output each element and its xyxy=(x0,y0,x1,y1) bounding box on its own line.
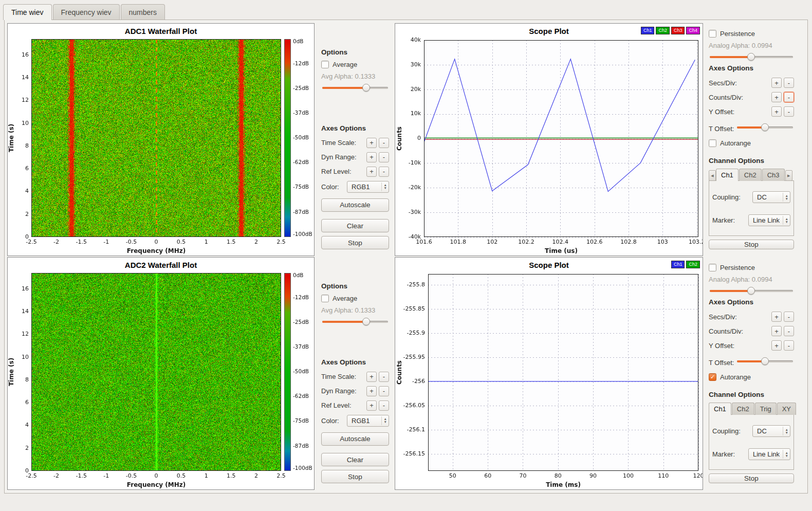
counts-div-minus-button[interactable]: - xyxy=(784,326,794,336)
dyn-range-plus-button[interactable]: + xyxy=(366,386,377,396)
scope1-canvas[interactable] xyxy=(395,36,703,256)
dyn-range-minus-button[interactable]: - xyxy=(379,152,389,162)
slider-thumb[interactable] xyxy=(362,84,370,92)
y-offset-minus-button[interactable]: - xyxy=(784,106,794,117)
ref-level-minus-button[interactable]: - xyxy=(379,400,389,411)
legend-chip-ch4[interactable]: Ch4 xyxy=(686,27,700,34)
autorange-label: Autorange xyxy=(720,139,751,147)
dyn-range-minus-button[interactable]: - xyxy=(379,386,389,396)
channel-tab-ch2[interactable]: Ch2 xyxy=(732,403,754,415)
channel-tabs-right-arrow-icon[interactable]: ▶ xyxy=(785,170,792,181)
autoscale-button[interactable]: Autoscale xyxy=(321,432,389,446)
slider-thumb[interactable] xyxy=(761,123,769,131)
analog-alpha-slider[interactable] xyxy=(710,53,793,59)
clear-button[interactable]: Clear xyxy=(321,219,389,232)
time-scale-minus-button[interactable]: - xyxy=(379,372,389,382)
persistence-checkbox[interactable]: Persistence xyxy=(709,264,794,271)
stop-button[interactable]: Stop xyxy=(321,470,389,483)
legend-chip-ch1[interactable]: Ch1 xyxy=(641,27,655,34)
persistence-checkbox-box[interactable] xyxy=(709,30,716,38)
analog-alpha-slider[interactable] xyxy=(710,287,793,293)
tab-time-view[interactable]: Time wiev xyxy=(3,4,52,20)
legend-chip-ch3[interactable]: Ch3 xyxy=(671,27,685,34)
stop-button[interactable]: Stop xyxy=(321,236,389,249)
spacer xyxy=(321,446,389,450)
channel-tab-ch1[interactable]: Ch1 xyxy=(709,403,731,415)
t-offset-row: T Offset: xyxy=(709,355,794,370)
coupling-combobox-value: DC xyxy=(757,193,767,201)
persistence-checkbox-box[interactable] xyxy=(709,264,716,271)
coupling-combobox[interactable]: DC xyxy=(752,425,790,437)
channel-tab-trig[interactable]: Trig xyxy=(755,403,777,415)
spinner-arrows-icon[interactable] xyxy=(783,216,788,225)
autorange-checkbox-box[interactable] xyxy=(709,139,716,147)
channel-tab-xy[interactable]: XY xyxy=(777,403,796,415)
counts-div-plus-button[interactable]: + xyxy=(771,326,782,336)
y-offset-minus-button[interactable]: - xyxy=(784,340,794,351)
slider-fill xyxy=(710,290,751,292)
secs-div-minus-button[interactable]: - xyxy=(784,312,794,322)
slider-thumb[interactable] xyxy=(747,287,755,295)
time-scale-minus-button[interactable]: - xyxy=(379,138,389,148)
spinner-arrows-icon[interactable] xyxy=(381,182,387,191)
y-offset-plus-button[interactable]: + xyxy=(771,340,782,351)
channel-tab-ch3[interactable]: Ch3 xyxy=(762,169,785,181)
spinner-arrows-icon[interactable] xyxy=(783,450,788,459)
coupling-combobox[interactable]: DC xyxy=(752,191,790,203)
time-scale-plus-button[interactable]: + xyxy=(366,372,377,382)
adc2-waterfall-canvas[interactable] xyxy=(8,270,314,489)
tab-frequency-view[interactable]: Frequency wiev xyxy=(53,4,120,20)
axes-options-heading: Axes Options xyxy=(321,124,389,132)
marker-combobox[interactable]: Line Link xyxy=(748,214,790,226)
autorange-checkbox[interactable]: Autorange xyxy=(709,139,794,147)
channel-options-box: Coupling: DC Marker: Line Link xyxy=(709,180,794,236)
slider-thumb[interactable] xyxy=(362,318,370,325)
channel-tab-ch2[interactable]: Ch2 xyxy=(739,169,762,181)
autorange-checkbox-box[interactable] xyxy=(709,373,716,381)
t-offset-slider[interactable] xyxy=(737,123,793,132)
slider-thumb[interactable] xyxy=(761,357,769,365)
avg-alpha-slider[interactable] xyxy=(322,318,388,330)
average-checkbox[interactable]: Average xyxy=(321,295,389,302)
persistence-checkbox[interactable]: Persistence xyxy=(709,30,794,38)
clear-button[interactable]: Clear xyxy=(321,453,389,466)
channel-tab-ch1[interactable]: Ch1 xyxy=(716,169,739,181)
secs-div-plus-button[interactable]: + xyxy=(771,312,782,322)
secs-div-plus-button[interactable]: + xyxy=(771,78,782,88)
average-checkbox[interactable]: Average xyxy=(321,61,389,68)
coupling-label: Coupling: xyxy=(712,193,741,201)
channel-tabs-left-arrow-icon[interactable]: ◀ xyxy=(709,170,716,181)
dyn-range-plus-button[interactable]: + xyxy=(366,152,377,162)
y-offset-plus-button[interactable]: + xyxy=(771,106,782,117)
tab-numbers[interactable]: numbers xyxy=(121,4,165,20)
legend-chip-ch2[interactable]: Ch2 xyxy=(686,261,700,268)
scope-stop-button[interactable]: Stop xyxy=(709,240,794,249)
time-scale-plus-button[interactable]: + xyxy=(366,138,377,148)
ref-level-plus-button[interactable]: + xyxy=(366,400,377,411)
legend-chip-ch2[interactable]: Ch2 xyxy=(656,27,670,34)
ref-level-plus-button[interactable]: + xyxy=(366,167,377,177)
color-combobox[interactable]: RGB1 xyxy=(347,181,389,193)
spinner-arrows-icon[interactable] xyxy=(783,193,788,202)
slider-thumb[interactable] xyxy=(747,53,755,61)
autoscale-button[interactable]: Autoscale xyxy=(321,198,389,212)
legend-chip-ch1[interactable]: Ch1 xyxy=(671,261,685,268)
scope-stop-button[interactable]: Stop xyxy=(709,473,794,483)
ref-level-minus-button[interactable]: - xyxy=(379,167,389,177)
counts-div-plus-button[interactable]: + xyxy=(771,92,782,102)
spinner-arrows-icon[interactable] xyxy=(381,416,387,425)
average-checkbox-box[interactable] xyxy=(321,61,329,68)
slider-fill xyxy=(322,87,366,89)
avg-alpha-label: Avg Alpha: 0.1333 xyxy=(321,72,389,80)
spinner-arrows-icon[interactable] xyxy=(783,427,788,435)
t-offset-slider[interactable] xyxy=(737,357,793,366)
color-combobox[interactable]: RGB1 xyxy=(347,415,389,427)
autorange-checkbox[interactable]: Autorange xyxy=(709,373,794,381)
scope2-canvas[interactable] xyxy=(395,270,703,489)
average-checkbox-box[interactable] xyxy=(321,295,329,302)
marker-combobox[interactable]: Line Link xyxy=(748,448,790,460)
adc1-waterfall-canvas[interactable] xyxy=(8,36,314,256)
counts-div-minus-button[interactable]: - xyxy=(784,92,794,102)
secs-div-minus-button[interactable]: - xyxy=(784,78,794,88)
avg-alpha-slider[interactable] xyxy=(322,84,388,96)
